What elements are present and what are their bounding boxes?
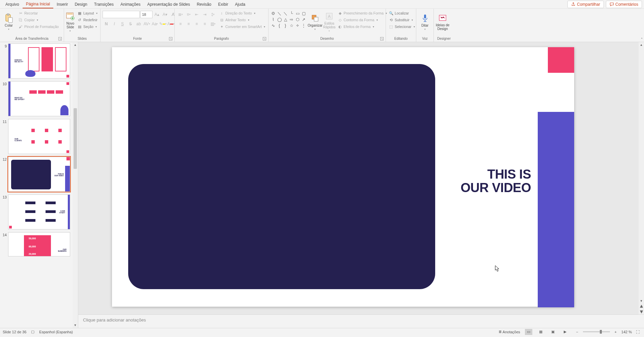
share-button[interactable]: Compartilhar	[567, 1, 604, 8]
shape-roundrect-icon[interactable]: ▢	[301, 11, 306, 16]
highlight-button[interactable]: ✎▾	[159, 20, 167, 28]
font-size-input[interactable]	[140, 11, 152, 18]
font-color-button[interactable]: A▾	[167, 20, 175, 28]
scroll-down-button[interactable]: ▼	[73, 323, 78, 328]
shape-triangle-icon[interactable]: △	[283, 17, 288, 22]
slide-thumbnails-pane[interactable]: 9 HOW DOWE DO IT? 10 WHAT DOWE OFFER?	[0, 42, 78, 328]
shape-line2-icon[interactable]: ＼	[283, 11, 288, 16]
shape-oval-icon[interactable]: ◯	[277, 17, 282, 22]
arrange-button[interactable]: Organizar▾	[308, 10, 323, 34]
scroll-up-button[interactable]: ▲	[73, 42, 78, 48]
zoom-slider-thumb[interactable]	[600, 330, 602, 334]
shape-rbrace-icon[interactable]: }	[283, 23, 288, 28]
text-direction-button[interactable]: ↕Direção do Texto▾	[218, 10, 267, 16]
underline-button[interactable]: S	[119, 20, 126, 28]
paragraph-dialog-launcher[interactable]: ↘	[263, 37, 266, 40]
shape-connector-icon[interactable]: └	[289, 11, 294, 16]
slide-counter[interactable]: Slide 12 de 36	[3, 330, 26, 334]
quick-styles-button[interactable]: A Estilos Rápidos▾	[323, 10, 336, 34]
zoom-out-button[interactable]: −	[573, 329, 581, 335]
prev-slide-nav-button[interactable]: ⯅	[639, 304, 644, 309]
shape-rarrow-icon[interactable]: ⇨	[289, 17, 294, 22]
new-slide-button[interactable]: Novo Slide ▾	[65, 10, 75, 34]
increase-indent-button[interactable]: ⇥	[201, 11, 208, 18]
slide-title[interactable]: THIS IS OUR VIDEO	[460, 168, 531, 195]
shape-effects-button[interactable]: ◐Efeitos de Forma▾	[336, 24, 388, 30]
notes-toggle-button[interactable]: ≣Anotações	[499, 330, 520, 334]
justify-button[interactable]: ≡	[201, 20, 208, 28]
tab-ajuda[interactable]: Ajuda	[232, 1, 249, 8]
tab-animacoes[interactable]: Animações	[117, 1, 144, 8]
shadow-button[interactable]: ab	[135, 20, 142, 28]
notes-pane[interactable]: Clique para adicionar anotações	[78, 314, 644, 328]
italic-button[interactable]: I	[111, 20, 118, 28]
increase-font-button[interactable]: A▴	[153, 11, 161, 18]
replace-button[interactable]: ⟲Substituir▾	[387, 17, 416, 23]
shape-star-icon[interactable]: ☆	[289, 23, 294, 28]
shape-textbox-icon[interactable]: ⯐	[271, 11, 276, 16]
tab-arquivo[interactable]: Arquivo	[2, 1, 23, 8]
shape-curve-icon[interactable]: ∿	[271, 23, 276, 28]
tab-apresentacao[interactable]: Apresentação de Slides	[144, 1, 193, 8]
slide-sorter-view-button[interactable]: ▦	[537, 329, 544, 335]
editor-scroll-up[interactable]: ▲	[639, 42, 644, 48]
char-spacing-button[interactable]: AV▾	[143, 20, 150, 28]
columns-button[interactable]: ▥▾	[209, 20, 217, 28]
decrease-font-button[interactable]: A▾	[161, 11, 169, 18]
scrollbar-thumb[interactable]	[74, 108, 77, 169]
language-indicator[interactable]: Espanhol (Espanha)	[39, 330, 73, 334]
bold-button[interactable]: N	[103, 20, 110, 28]
shape-line-icon[interactable]: ＼	[277, 11, 282, 16]
thumbnail-slide-11[interactable]: 11 OURCLIENTS	[0, 118, 73, 155]
shape-lbrace-icon[interactable]: {	[277, 23, 282, 28]
thumbnail-slide-10[interactable]: 10 WHAT DOWE OFFER?	[0, 80, 73, 118]
shape-fill-button[interactable]: ◆Preenchimento da Forma▾	[336, 10, 388, 16]
editor-scrollbar[interactable]: ▲ ▼ ⯅ ⯆	[639, 42, 644, 314]
pink-accent-square[interactable]	[548, 47, 574, 73]
video-placeholder[interactable]	[128, 64, 435, 289]
decrease-indent-button[interactable]: ⇤	[193, 11, 200, 18]
editor-scroll-down[interactable]: ▼	[639, 298, 644, 304]
thumbnail-slide-13[interactable]: 13 CASESTUDY	[0, 193, 73, 231]
shape-arrow-icon[interactable]: ↗	[301, 17, 306, 22]
shape-freeform-icon[interactable]: ⌇	[271, 17, 276, 22]
thumbnail-slide-14[interactable]: 14 50,000 80,000 20,000 OURNUMBERS	[0, 231, 73, 258]
comments-button[interactable]: Comentários	[606, 1, 642, 8]
layout-button[interactable]: ▦Layout▾	[76, 10, 99, 16]
shapes-more-button[interactable]: ⋮	[301, 23, 306, 28]
tab-transicoes[interactable]: Transições	[91, 1, 117, 8]
line-spacing-button[interactable]: ‡▾	[209, 11, 217, 18]
font-name-input[interactable]	[103, 11, 140, 18]
convert-smartart-button[interactable]: ✦Converter em SmartArt▾	[218, 24, 267, 30]
zoom-in-button[interactable]: +	[612, 329, 619, 335]
shape-hexagon-icon[interactable]: ⬡	[295, 17, 300, 22]
bullets-button[interactable]: ≣▾	[177, 11, 184, 18]
thumbnails-scrollbar[interactable]: ▲ ▼	[73, 42, 78, 328]
clipboard-dialog-launcher[interactable]: ↘	[58, 37, 62, 40]
reset-button[interactable]: ↺Redefinir	[76, 17, 99, 23]
tab-pagina-inicial[interactable]: Página Inicial	[23, 0, 53, 8]
zoom-slider[interactable]	[583, 331, 610, 332]
cut-button[interactable]: ✂Recortar	[17, 10, 60, 16]
collapse-ribbon-button[interactable]: ˄	[641, 37, 643, 41]
tab-revisao[interactable]: Revisão	[193, 1, 215, 8]
change-case-button[interactable]: Aa▾	[151, 20, 159, 28]
shapes-gallery[interactable]: ⯐＼＼└▭▢ ⌇◯△⇨⬡↗ ∿{}☆✧⋮	[270, 10, 307, 29]
fit-to-window-button[interactable]: ⛶	[634, 329, 641, 335]
tab-exibir[interactable]: Exibir	[215, 1, 232, 8]
align-center-button[interactable]: ≡	[185, 20, 192, 28]
dictate-button[interactable]: Ditar▾	[418, 10, 432, 34]
section-button[interactable]: ▤Seção▾	[76, 24, 99, 30]
thumbnail-slide-12[interactable]: 12 THIS ISOUR VIDEO	[0, 155, 73, 193]
find-button[interactable]: 🔍Localizar	[387, 10, 416, 16]
shape-rect-icon[interactable]: ▭	[295, 11, 300, 16]
format-painter-button[interactable]: 🖌Pincel de Formatação	[17, 24, 60, 30]
tab-inserir[interactable]: Inserir	[53, 1, 71, 8]
next-slide-nav-button[interactable]: ⯆	[639, 309, 644, 314]
copy-button[interactable]: ⿻Copiar▾	[17, 17, 60, 23]
design-ideas-button[interactable]: Ideias de Design	[435, 10, 450, 34]
align-left-button[interactable]: ≡	[177, 20, 184, 28]
shape-callout-icon[interactable]: ✧	[295, 23, 300, 28]
purple-accent-column[interactable]	[538, 112, 574, 307]
drawing-dialog-launcher[interactable]: ↘	[380, 37, 384, 40]
